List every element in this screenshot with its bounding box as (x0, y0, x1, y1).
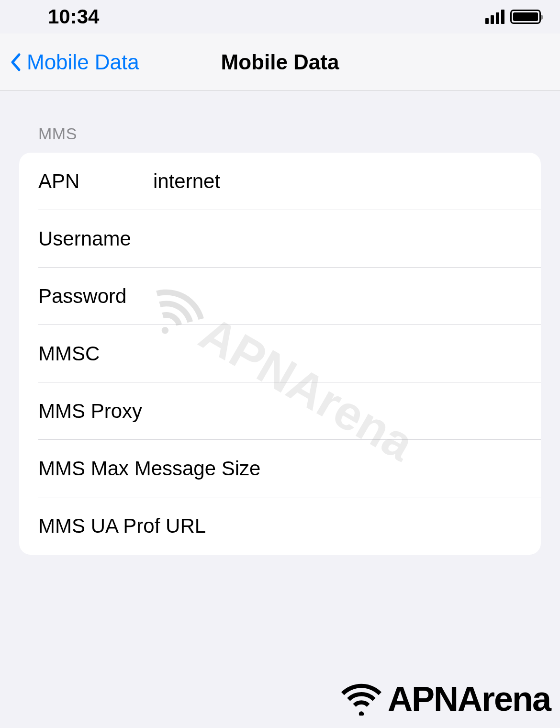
mmsc-row[interactable]: MMSC (19, 325, 541, 382)
password-row[interactable]: Password (19, 268, 541, 325)
section-header-mms: MMS (19, 124, 541, 153)
mms-ua-prof-label: MMS UA Prof URL (38, 515, 522, 538)
mms-max-size-label: MMS Max Message Size (38, 457, 522, 480)
mms-proxy-input[interactable] (269, 400, 522, 423)
mms-ua-prof-row[interactable]: MMS UA Prof URL (19, 497, 541, 555)
back-button[interactable]: Mobile Data (0, 50, 139, 74)
brand-text: APNArena (388, 679, 550, 718)
apn-input[interactable] (153, 170, 522, 193)
apn-row[interactable]: APN (19, 153, 541, 210)
mms-proxy-label: MMS Proxy (38, 400, 269, 423)
battery-icon (510, 10, 541, 24)
page-title: Mobile Data (221, 50, 339, 74)
wifi-logo-icon (340, 682, 383, 716)
content-area: MMS APN Username Password MMSC MMS Proxy… (0, 91, 560, 555)
status-time: 10:34 (48, 5, 99, 28)
password-label: Password (38, 285, 153, 308)
username-label: Username (38, 227, 153, 250)
mmsc-label: MMSC (38, 342, 153, 365)
back-label: Mobile Data (27, 50, 139, 74)
navigation-bar: Mobile Data Mobile Data (0, 34, 560, 91)
brand-footer: APNArena (340, 679, 550, 718)
apn-label: APN (38, 170, 153, 193)
username-input[interactable] (153, 227, 522, 250)
status-bar: 10:34 (0, 0, 560, 34)
mms-proxy-row[interactable]: MMS Proxy (19, 382, 541, 440)
chevron-left-icon (10, 53, 21, 72)
mms-max-size-row[interactable]: MMS Max Message Size (19, 440, 541, 497)
mmsc-input[interactable] (153, 342, 522, 365)
cellular-signal-icon (485, 10, 504, 24)
status-indicators (485, 10, 541, 24)
username-row[interactable]: Username (19, 210, 541, 268)
settings-group: APN Username Password MMSC MMS Proxy MMS… (19, 153, 541, 555)
password-input[interactable] (153, 285, 522, 308)
